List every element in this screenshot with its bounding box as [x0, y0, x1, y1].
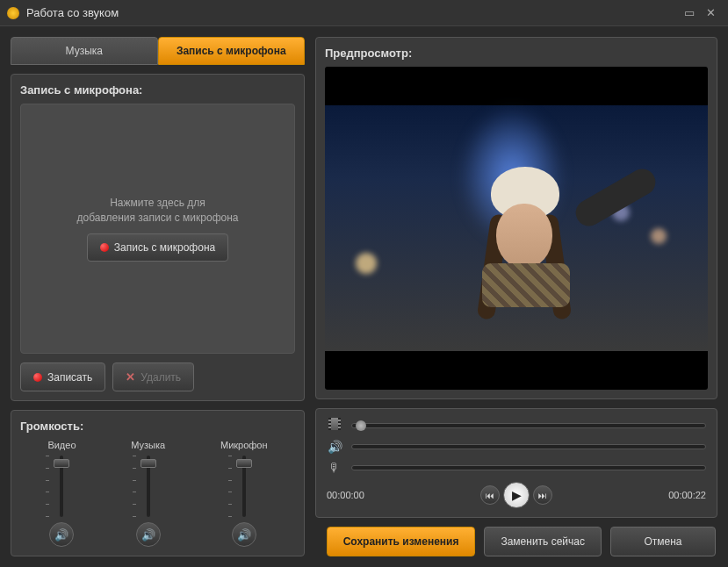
- preview-heading: Предпросмотр:: [325, 47, 708, 60]
- volume-mic-mute[interactable]: 🔊: [232, 522, 256, 547]
- tab-mic-record[interactable]: Запись с микрофона: [158, 37, 306, 65]
- next-button[interactable]: ⏭: [533, 485, 552, 505]
- record-button[interactable]: Записать: [20, 362, 105, 391]
- volume-mic-label: Микрофон: [220, 440, 268, 450]
- close-button[interactable]: ✕: [700, 5, 721, 21]
- tabs: Музыка Запись с микрофона: [11, 37, 305, 65]
- record-heading: Запись с микрофона:: [20, 83, 295, 97]
- audio-track-icon: 🔊: [327, 440, 342, 454]
- volume-heading: Громкость:: [20, 420, 295, 433]
- play-button[interactable]: ▶: [503, 482, 530, 508]
- record-button-label: Записать: [47, 371, 92, 384]
- prev-button[interactable]: ⏮: [480, 485, 500, 505]
- speaker-icon: 🔊: [141, 528, 155, 542]
- volume-video-label: Видео: [47, 440, 76, 450]
- volume-video-mute[interactable]: 🔊: [49, 522, 74, 547]
- volume-mic-slider[interactable]: [234, 456, 255, 517]
- video-track-icon: [327, 418, 342, 433]
- record-panel: Запись с микрофона: Нажмите здесь для до…: [11, 74, 305, 401]
- tab-music[interactable]: Музыка: [11, 37, 158, 65]
- volume-video-column: Видео 🔊: [47, 440, 76, 547]
- record-drop-area[interactable]: Нажмите здесь для добавления записи с ми…: [20, 104, 295, 354]
- record-from-mic-label: Запись с микрофона: [114, 241, 215, 254]
- footer-buttons: Сохранить изменения Заменить сейчас Отме…: [315, 527, 717, 556]
- mic-track-icon: 🎙: [327, 461, 342, 475]
- volume-music-slider[interactable]: [138, 456, 159, 517]
- replace-button-label: Заменить сейчас: [501, 535, 585, 548]
- audio-volume-slider[interactable]: [351, 444, 706, 449]
- volume-mic-column: Микрофон 🔊: [220, 440, 268, 547]
- video-seek-slider[interactable]: [351, 423, 706, 428]
- record-hint-line2: добавления записи с микрофона: [76, 211, 238, 226]
- record-icon: [33, 373, 42, 382]
- cancel-button-label: Отмена: [644, 535, 681, 548]
- cancel-button[interactable]: Отмена: [610, 527, 716, 556]
- delete-icon: ✕: [126, 370, 135, 384]
- delete-button-label: Удалить: [141, 371, 181, 384]
- minimize-button[interactable]: ▭: [679, 5, 700, 21]
- time-total: 00:00:22: [668, 490, 706, 500]
- volume-video-slider[interactable]: [51, 456, 72, 517]
- volume-music-mute[interactable]: 🔊: [136, 522, 161, 547]
- save-button-label: Сохранить изменения: [343, 535, 459, 548]
- save-button[interactable]: Сохранить изменения: [327, 527, 476, 556]
- volume-music-column: Музыка 🔊: [131, 440, 165, 547]
- speaker-icon: 🔊: [237, 528, 251, 542]
- preview-panel: Предпросмотр:: [315, 37, 717, 399]
- volume-music-label: Музыка: [131, 440, 165, 450]
- titlebar: Работа со звуком ▭ ✕: [0, 0, 728, 26]
- play-controls: ⏮ ▶ ⏭: [480, 482, 552, 508]
- record-hint-line1: Нажмите здесь для: [76, 196, 238, 211]
- time-current: 00:00:00: [327, 490, 364, 500]
- window-title: Работа со звуком: [26, 6, 679, 19]
- playback-controls-panel: 🔊 🎙 00:00:00 ⏮ ▶ ⏭ 00:00:22: [315, 408, 717, 518]
- video-preview[interactable]: [325, 67, 708, 390]
- mic-volume-slider[interactable]: [351, 465, 706, 470]
- volume-panel: Громкость: Видео 🔊 Музыка: [11, 410, 305, 556]
- record-hint: Нажмите здесь для добавления записи с ми…: [76, 196, 238, 226]
- record-from-mic-button[interactable]: Запись с микрофона: [87, 233, 228, 262]
- app-icon: [7, 7, 19, 19]
- replace-now-button[interactable]: Заменить сейчас: [484, 527, 602, 556]
- record-icon: [100, 243, 109, 252]
- delete-button[interactable]: ✕ Удалить: [112, 362, 194, 391]
- speaker-icon: 🔊: [54, 528, 68, 542]
